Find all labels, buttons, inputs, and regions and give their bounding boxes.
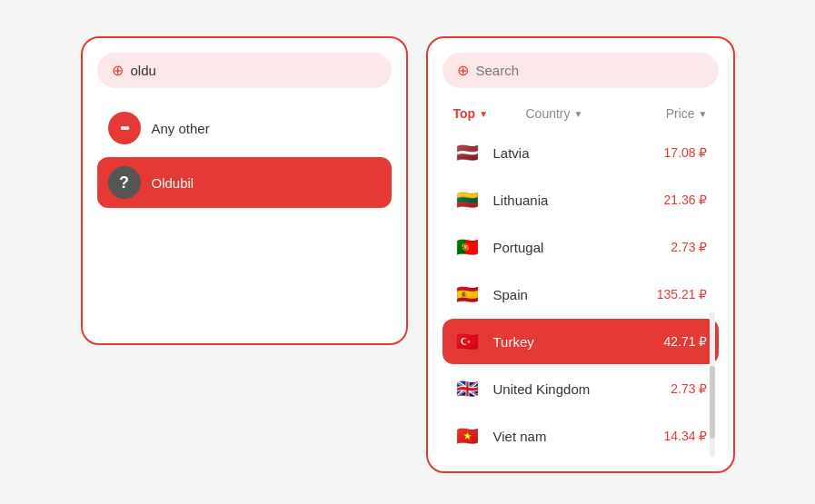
country-price-spain: 135.21 ₽ [657, 287, 708, 301]
country-chevron-icon: ▼ [574, 109, 583, 119]
left-list-item-any-other[interactable]: •••Any other [97, 103, 392, 153]
country-name-spain: Spain [493, 287, 657, 302]
flag-latvia: 🇱🇻 [453, 138, 482, 167]
search-icon: ⊕ [112, 62, 124, 79]
col-top[interactable]: Top ▼ [453, 106, 526, 121]
flag-turkey: 🇹🇷 [453, 327, 482, 356]
country-price-united-kingdom: 2.73 ₽ [671, 381, 707, 396]
flag-lithuania: 🇱🇹 [453, 185, 482, 214]
country-name-latvia: Latvia [493, 145, 664, 161]
country-row-spain[interactable]: 🇪🇸Spain135.21 ₽ [442, 272, 719, 317]
countries-list-container: 🇱🇻Latvia17.08 ₽🇱🇹Lithuania21.36 ₽🇵🇹Portu… [442, 130, 719, 457]
country-name-lithuania: Lithuania [493, 193, 664, 208]
country-price-turkey: 42.71 ₽ [664, 334, 708, 349]
col-price[interactable]: Price ▼ [666, 106, 708, 121]
flag-vietnam: 🇻🇳 [453, 421, 482, 450]
top-chevron-icon: ▼ [479, 109, 488, 119]
col-top-label: Top [453, 106, 476, 121]
col-country[interactable]: Country ▼ [526, 106, 666, 121]
right-search-input[interactable] [476, 63, 704, 78]
scrollbar-track [710, 311, 715, 457]
table-header: Top ▼ Country ▼ Price ▼ [442, 101, 719, 126]
left-item-label-oldubil: Oldubil [152, 175, 194, 191]
flag-united-kingdom: 🇬🇧 [453, 374, 482, 403]
col-price-label: Price [666, 106, 695, 121]
country-name-turkey: Turkey [493, 334, 664, 350]
search-icon-right: ⊕ [457, 62, 469, 79]
country-name-vietnam: Viet nam [493, 429, 664, 444]
country-name-united-kingdom: United Kingdom [493, 381, 671, 397]
scrollbar-thumb[interactable] [710, 366, 715, 439]
flag-portugal: 🇵🇹 [453, 232, 482, 262]
avatar-oldubil: ? [108, 166, 141, 199]
left-item-label-any-other: Any other [152, 121, 210, 136]
col-country-label: Country [526, 106, 571, 121]
country-row-lithuania[interactable]: 🇱🇹Lithuania21.36 ₽ [442, 177, 719, 222]
left-search-input[interactable] [131, 63, 377, 78]
country-price-portugal: 2.73 ₽ [671, 240, 707, 254]
left-items-list: •••Any other?Oldubil [97, 103, 392, 208]
left-list-item-oldubil[interactable]: ?Oldubil [97, 157, 392, 208]
flag-spain: 🇪🇸 [453, 280, 482, 309]
country-row-vietnam[interactable]: 🇻🇳Viet nam14.34 ₽ [442, 413, 719, 457]
left-search-box: ⊕ [97, 53, 392, 88]
countries-rows: 🇱🇻Latvia17.08 ₽🇱🇹Lithuania21.36 ₽🇵🇹Portu… [442, 130, 719, 457]
right-search-box: ⊕ [442, 53, 719, 88]
left-panel: ⊕ •••Any other?Oldubil [81, 36, 408, 345]
price-chevron-icon: ▼ [699, 109, 708, 119]
avatar-any-other: ••• [108, 112, 141, 144]
country-row-portugal[interactable]: 🇵🇹Portugal2.73 ₽ [442, 224, 719, 270]
country-price-lithuania: 21.36 ₽ [664, 193, 708, 207]
country-price-vietnam: 14.34 ₽ [664, 429, 708, 443]
country-row-united-kingdom[interactable]: 🇬🇧United Kingdom2.73 ₽ [442, 366, 719, 411]
country-row-latvia[interactable]: 🇱🇻Latvia17.08 ₽ [442, 130, 719, 175]
country-row-turkey[interactable]: 🇹🇷Turkey42.71 ₽ [442, 319, 719, 364]
country-price-latvia: 17.08 ₽ [664, 145, 708, 160]
right-panel: ⊕ Top ▼ Country ▼ Price ▼ 🇱🇻Latvia17.08 … [426, 36, 735, 473]
country-name-portugal: Portugal [493, 240, 671, 255]
